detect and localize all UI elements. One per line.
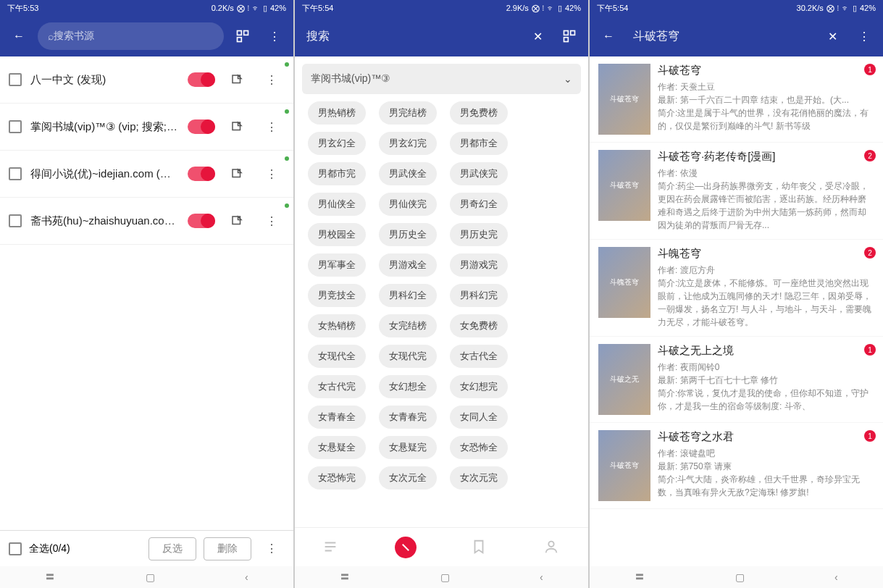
book-cover: 斗破之无	[598, 344, 650, 415]
book-item[interactable]: 斗破苍穹 斗破苍穹之水君 作者: 滚键盘吧 最新: 第750章 请柬 简介:斗气…	[590, 423, 883, 509]
category-tag[interactable]: 男仙侠全	[308, 193, 366, 216]
category-tag[interactable]: 女完结榜	[379, 314, 437, 337]
category-tag[interactable]: 女幻想完	[450, 375, 508, 398]
category-tag[interactable]: 男玄幻完	[379, 132, 437, 155]
category-tag[interactable]: 女古代完	[308, 375, 366, 398]
book-item[interactable]: 斗破之无 斗破之无上之境 作者: 夜雨闻铃0 最新: 第两千七百七十七章 修竹 …	[590, 337, 883, 423]
category-tag[interactable]: 男武侠全	[379, 162, 437, 185]
source-item[interactable]: 掌阅书城(vip)™③ (vip; 搜索; 发... ⋮	[0, 104, 293, 151]
more-icon[interactable]: ⋮	[259, 161, 285, 187]
category-tag[interactable]: 男免费榜	[450, 101, 508, 125]
category-tag[interactable]: 男都市全	[450, 132, 508, 155]
clear-icon[interactable]: ✕	[819, 23, 845, 49]
source-item[interactable]: 得间小说(优)~idejian.com (搜... ⋮	[0, 151, 293, 198]
close-icon[interactable]: ✕	[524, 23, 551, 49]
category-tag[interactable]: 男军事全	[308, 253, 366, 277]
more-icon[interactable]: ⋮	[259, 536, 285, 562]
category-tag[interactable]: 男游戏完	[450, 253, 508, 277]
home-icon[interactable]: ▢	[735, 571, 745, 583]
back-icon[interactable]: ←	[6, 23, 32, 49]
category-tag[interactable]: 女青春完	[379, 406, 437, 429]
back-icon[interactable]: ‹	[540, 571, 543, 583]
back-icon[interactable]: ←	[595, 23, 622, 49]
checkbox[interactable]	[9, 120, 22, 133]
home-icon[interactable]: ▢	[146, 571, 155, 583]
status-dot	[285, 109, 289, 114]
edit-icon[interactable]	[224, 114, 250, 140]
more-icon[interactable]: ⋮	[851, 23, 877, 49]
more-icon[interactable]: ⋮	[261, 23, 288, 49]
nav-bookshelf-icon[interactable]	[322, 539, 340, 556]
checkbox[interactable]	[9, 214, 22, 227]
qr-icon[interactable]	[556, 23, 582, 49]
source-item[interactable]: 斋书苑(hu)~zhaishuyuan.com... ⋮	[0, 198, 293, 245]
category-tag[interactable]: 女青春全	[308, 406, 366, 429]
category-tag[interactable]: 男历史全	[379, 223, 437, 246]
category-tag[interactable]: 女幻想全	[379, 375, 437, 398]
category-tag[interactable]: 女恐怖完	[308, 466, 366, 490]
recents-icon[interactable]: 〓	[340, 571, 350, 584]
recents-icon[interactable]: 〓	[635, 571, 645, 584]
search-input[interactable]: ⌕ 搜索书源	[38, 22, 224, 50]
toggle-switch[interactable]	[188, 167, 215, 181]
invert-button[interactable]: 反选	[148, 537, 196, 560]
source-name: 得间小说(优)~idejian.com (搜...	[30, 167, 179, 181]
edit-icon[interactable]	[224, 161, 250, 187]
back-icon[interactable]: ‹	[245, 571, 248, 583]
category-tag[interactable]: 女悬疑完	[379, 436, 437, 459]
book-item[interactable]: 斗破苍穹 斗破苍穹·药老传奇[漫画] 作者: 依漫 简介:药尘—出身药族界微旁支…	[590, 143, 883, 240]
category-tag[interactable]: 女悬疑全	[308, 436, 366, 459]
category-tag[interactable]: 男校园全	[308, 223, 366, 246]
category-tag[interactable]: 男科幻完	[450, 284, 508, 307]
edit-icon[interactable]	[224, 67, 250, 93]
category-tag[interactable]: 男玄幻全	[308, 132, 366, 155]
category-tag[interactable]: 女古代全	[450, 345, 508, 368]
nav-profile-icon[interactable]	[543, 539, 561, 556]
qr-icon[interactable]	[230, 23, 256, 49]
book-item[interactable]: 斗破苍穹 斗破苍穹 作者: 天蚕土豆 最新: 第一千六百二十四章 结束，也是开始…	[590, 56, 883, 143]
category-tag[interactable]: 女热销榜	[308, 314, 366, 337]
toggle-switch[interactable]	[188, 214, 215, 228]
toggle-switch[interactable]	[188, 72, 215, 87]
category-tag[interactable]: 男科幻全	[379, 284, 437, 307]
nav-discover-icon[interactable]	[395, 537, 417, 558]
category-tag[interactable]: 女免费榜	[450, 314, 508, 337]
status-time: 下午5:54	[597, 3, 628, 14]
category-tag[interactable]: 男奇幻全	[450, 193, 508, 216]
category-tag[interactable]: 女现代完	[379, 345, 437, 368]
more-icon[interactable]: ⋮	[259, 67, 285, 93]
delete-button[interactable]: 删除	[204, 537, 251, 560]
category-tag[interactable]: 男热销榜	[308, 101, 366, 125]
book-item[interactable]: 斗魄苍穹 斗魄苍穹 作者: 渡厄方舟 简介:沈立是废体，不能修炼。可一座绝世灵池…	[590, 240, 883, 337]
checkbox[interactable]	[9, 73, 22, 86]
home-icon[interactable]: ▢	[440, 571, 450, 583]
select-all-checkbox[interactable]	[9, 542, 22, 555]
category-tag[interactable]: 女次元全	[379, 466, 437, 490]
checkbox[interactable]	[9, 167, 22, 180]
recents-icon[interactable]: 〓	[45, 571, 55, 584]
source-item[interactable]: 八一中文 (发现) ⋮	[0, 56, 293, 104]
book-author: 作者: 夜雨闻铃0	[658, 361, 874, 374]
search-query[interactable]: 斗破苍穹	[627, 29, 813, 44]
source-dropdown[interactable]: 掌阅书城(vip)™③ ⌄	[302, 64, 581, 94]
nav-bookmark-icon[interactable]	[471, 539, 488, 556]
category-tag[interactable]: 女同人全	[450, 406, 508, 429]
search-input[interactable]: 搜索	[301, 29, 519, 44]
category-tag[interactable]: 男完结榜	[379, 101, 437, 125]
category-tag[interactable]: 男仙侠完	[379, 193, 437, 216]
toggle-switch[interactable]	[188, 119, 215, 134]
category-tag[interactable]: 女恐怖全	[450, 436, 508, 459]
category-tag[interactable]: 男都市完	[308, 162, 366, 185]
category-tag[interactable]: 男武侠完	[450, 162, 508, 185]
category-tag[interactable]: 男竞技全	[308, 284, 366, 307]
edit-icon[interactable]	[224, 208, 250, 234]
more-icon[interactable]: ⋮	[259, 208, 285, 234]
category-tag[interactable]: 男历史完	[450, 223, 508, 246]
book-title: 斗破苍穹之水君	[658, 430, 874, 444]
category-tag[interactable]: 女次元完	[450, 466, 508, 490]
category-tag[interactable]: 男游戏全	[379, 253, 437, 277]
category-tag[interactable]: 女现代全	[308, 345, 366, 368]
back-icon[interactable]: ‹	[834, 571, 838, 583]
more-icon[interactable]: ⋮	[259, 114, 285, 140]
source-list: 八一中文 (发现) ⋮ 掌阅书城(vip)™③ (vip; 搜索; 发... ⋮…	[0, 56, 293, 530]
